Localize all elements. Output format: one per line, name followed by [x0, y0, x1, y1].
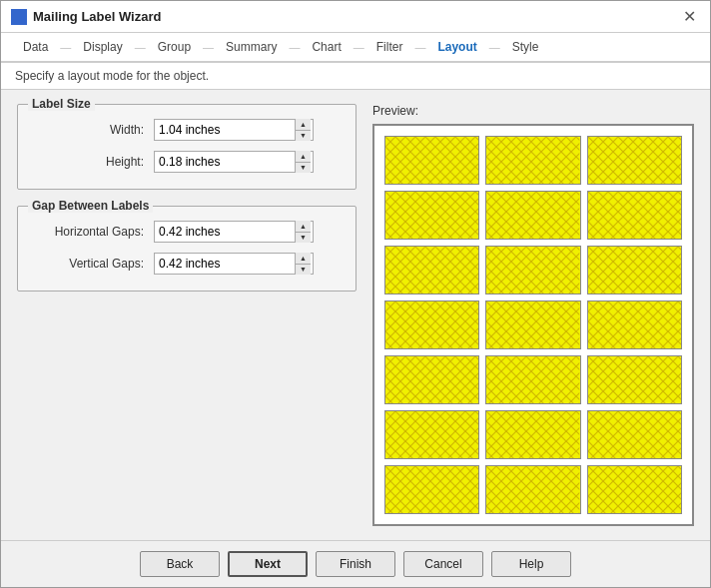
- svg-rect-15: [385, 192, 478, 239]
- width-row: Width: ▲ ▼: [34, 119, 340, 141]
- back-button[interactable]: Back: [140, 551, 220, 577]
- label-pattern: [486, 192, 579, 239]
- label-pattern: [385, 137, 478, 184]
- height-row: Height: ▲ ▼: [34, 151, 340, 173]
- width-spin-up[interactable]: ▲: [296, 119, 311, 131]
- svg-rect-79: [486, 466, 579, 513]
- label-pattern: [588, 356, 681, 403]
- close-button[interactable]: ✕: [679, 9, 700, 25]
- cancel-button[interactable]: Cancel: [403, 551, 483, 577]
- vertical-gap-label: Vertical Gaps:: [34, 257, 154, 271]
- gap-group: Gap Between Labels Horizontal Gaps: ▲ ▼ …: [17, 206, 356, 292]
- label-pattern: [588, 247, 681, 294]
- svg-rect-55: [486, 356, 579, 403]
- svg-rect-75: [385, 466, 478, 513]
- label-item: [485, 191, 580, 240]
- height-input[interactable]: [155, 153, 295, 171]
- label-pattern: [486, 411, 579, 458]
- height-spin-down[interactable]: ▼: [296, 163, 311, 174]
- svg-rect-47: [588, 301, 681, 348]
- svg-rect-3: [385, 137, 478, 184]
- tab-chart[interactable]: Chart: [300, 36, 353, 58]
- label-item: [587, 136, 682, 185]
- svg-rect-63: [385, 411, 478, 458]
- tab-filter[interactable]: Filter: [364, 36, 415, 58]
- label-size-group: Label Size Width: ▲ ▼ Height:: [17, 104, 356, 190]
- preview-label: Preview:: [372, 104, 694, 118]
- left-panel: Label Size Width: ▲ ▼ Height:: [17, 104, 356, 526]
- label-pattern: [486, 301, 579, 348]
- horizontal-gap-label: Horizontal Gaps:: [34, 225, 154, 239]
- label-pattern: [385, 356, 478, 403]
- vertical-gap-spinner: ▲ ▼: [295, 253, 311, 275]
- svg-rect-35: [588, 247, 681, 294]
- svg-rect-43: [486, 301, 579, 348]
- label-pattern: [588, 411, 681, 458]
- vertical-gap-spin-down[interactable]: ▼: [296, 265, 311, 276]
- title-bar-left: Mailing Label Wizard: [11, 9, 161, 25]
- label-item: [587, 410, 682, 459]
- svg-rect-23: [588, 192, 681, 239]
- svg-rect-71: [588, 411, 681, 458]
- label-item: [384, 246, 479, 294]
- tab-group[interactable]: Group: [146, 36, 203, 58]
- label-item: [485, 465, 580, 514]
- label-item: [384, 410, 479, 459]
- label-pattern: [486, 137, 579, 184]
- horizontal-gap-input[interactable]: [155, 223, 295, 241]
- vertical-gap-input-wrap: ▲ ▼: [154, 253, 314, 275]
- tab-style[interactable]: Style: [500, 36, 551, 58]
- window: Mailing Label Wizard ✕ Data — Display — …: [0, 0, 711, 588]
- finish-button[interactable]: Finish: [316, 551, 395, 577]
- next-button[interactable]: Next: [228, 551, 308, 577]
- height-spin-up[interactable]: ▲: [296, 151, 311, 163]
- vertical-gap-row: Vertical Gaps: ▲ ▼: [34, 253, 340, 275]
- label-item: [485, 355, 580, 404]
- height-input-wrap: ▲ ▼: [154, 151, 314, 173]
- label-pattern: [486, 247, 579, 294]
- label-pattern: [385, 301, 478, 348]
- horizontal-gap-spin-down[interactable]: ▼: [296, 233, 311, 244]
- horizontal-gap-spinner: ▲ ▼: [295, 221, 311, 243]
- help-button[interactable]: Help: [491, 551, 571, 577]
- vertical-gap-input[interactable]: [155, 255, 295, 273]
- svg-rect-83: [588, 466, 681, 513]
- tab-summary[interactable]: Summary: [214, 36, 289, 58]
- window-title: Mailing Label Wizard: [33, 9, 161, 24]
- width-input[interactable]: [155, 121, 295, 139]
- label-pattern: [385, 466, 478, 513]
- label-item: [384, 355, 479, 404]
- label-item: [384, 465, 479, 514]
- content-area: Label Size Width: ▲ ▼ Height:: [1, 90, 710, 540]
- tab-data[interactable]: Data: [11, 36, 60, 58]
- label-item: [384, 300, 479, 349]
- label-item: [485, 300, 580, 349]
- tab-layout[interactable]: Layout: [425, 36, 488, 58]
- nav-tabs: Data — Display — Group — Summary — Chart…: [1, 33, 710, 63]
- horizontal-gap-spin-up[interactable]: ▲: [296, 221, 311, 233]
- width-spin-down[interactable]: ▼: [296, 131, 311, 142]
- label-item: [384, 191, 479, 240]
- horizontal-gap-row: Horizontal Gaps: ▲ ▼: [34, 221, 340, 243]
- label-item: [384, 136, 479, 185]
- gap-title: Gap Between Labels: [28, 199, 153, 213]
- tab-display[interactable]: Display: [71, 36, 134, 58]
- svg-rect-67: [486, 411, 579, 458]
- label-item: [587, 355, 682, 404]
- subtitle-bar: Specify a layout mode for the object.: [1, 63, 710, 90]
- svg-rect-11: [588, 137, 681, 184]
- svg-rect-27: [385, 247, 478, 294]
- label-item: [485, 410, 580, 459]
- svg-rect-19: [486, 192, 579, 239]
- width-input-wrap: ▲ ▼: [154, 119, 314, 141]
- label-pattern: [588, 466, 681, 513]
- subtitle-text: Specify a layout mode for the object.: [15, 69, 209, 83]
- svg-rect-39: [385, 301, 478, 348]
- vertical-gap-spin-up[interactable]: ▲: [296, 253, 311, 265]
- right-panel: Preview:: [372, 104, 694, 526]
- title-bar: Mailing Label Wizard ✕: [1, 1, 710, 33]
- label-item: [587, 465, 682, 514]
- label-pattern: [588, 301, 681, 348]
- label-pattern: [385, 247, 478, 294]
- label-pattern: [486, 466, 579, 513]
